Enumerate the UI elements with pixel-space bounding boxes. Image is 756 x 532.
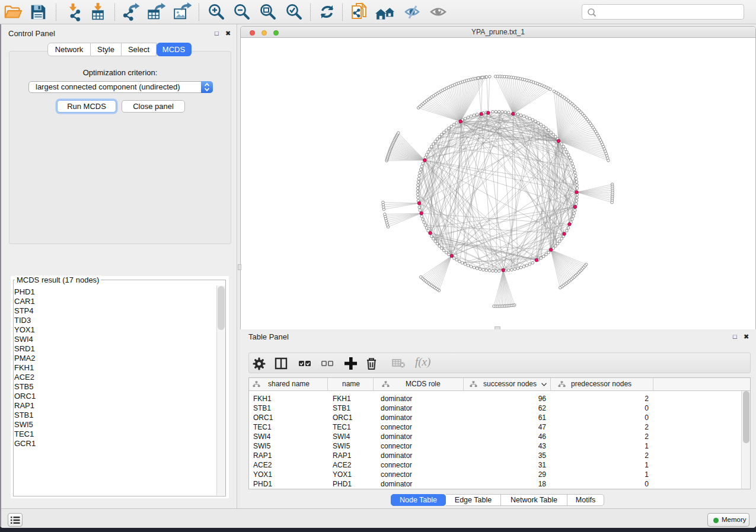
svg-text:f(x): f(x) (415, 355, 430, 368)
